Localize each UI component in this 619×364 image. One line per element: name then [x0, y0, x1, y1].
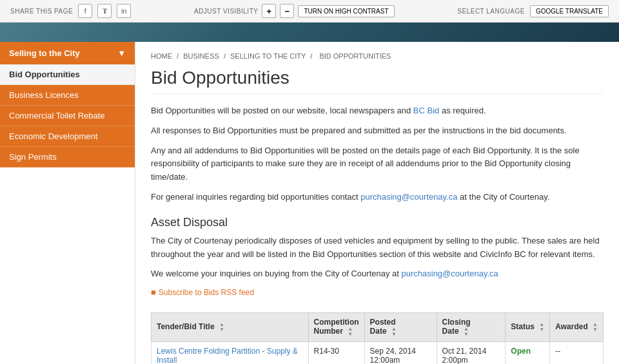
breadcrumb-current: BID OPPORTUNITIES [319, 52, 391, 60]
asset-paragraph-2: We welcome your inquiries on buying from… [151, 267, 604, 281]
rss-label: Subscribe to Bids RSS feed [159, 288, 254, 297]
decrease-visibility-button[interactable]: − [280, 4, 294, 18]
rss-icon: ■ [151, 287, 156, 297]
status-badge: Open [511, 347, 531, 356]
bc-bid-link[interactable]: BC Bid [413, 106, 439, 115]
cell-posted: Sep 24, 2014 12:00am [364, 342, 437, 364]
purchasing-email-link[interactable]: purchasing@courtenay.ca [360, 192, 457, 202]
col-header-competition[interactable]: CompetitionNumber ▲▼ [308, 313, 364, 342]
cell-comp: R14-30 [308, 342, 364, 364]
breadcrumb: HOME / BUSINESS / SELLING TO THE CITY / … [151, 52, 604, 60]
sidebar-item-label: Economic Development [9, 131, 97, 141]
breadcrumb-selling[interactable]: SELLING TO THE CITY [230, 52, 306, 60]
hero-image [0, 23, 619, 42]
facebook-button[interactable]: f [78, 4, 92, 18]
intro-paragraph-3: Any and all addendums to Bid Opportuniti… [151, 144, 604, 184]
col-header-awarded[interactable]: Awarded ▲▼ [550, 313, 604, 342]
language-section: SELECT LANGUAGE GOOGLE TRANSLATE [457, 5, 609, 17]
intro-paragraph-4: For general inquiries regarding bid oppo… [151, 191, 604, 204]
adjust-label: ADJUST VISIBILITY [194, 8, 258, 15]
col-header-closing[interactable]: ClosingDate ▲▼ [437, 313, 506, 342]
cell-closing: Oct 21, 2014 2:00pm [437, 342, 506, 364]
select-language-label: SELECT LANGUAGE [457, 8, 525, 15]
asset-email-link[interactable]: purchasing@courtenay.ca [402, 269, 498, 278]
sidebar-item-sign-permits[interactable]: Sign Permits [0, 147, 135, 168]
col-header-posted[interactable]: PostedDate ▲▼ [364, 313, 437, 342]
sort-arrows-closing: ▲▼ [464, 327, 469, 337]
share-section: SHARE THIS PAGE f 𝐓 in [10, 4, 131, 18]
breadcrumb-business[interactable]: BUSINESS [183, 52, 219, 60]
translate-button[interactable]: GOOGLE TRANSLATE [530, 5, 609, 17]
asset-disposal-heading: Asset Disposal [151, 216, 604, 229]
sidebar-current-item: Bid Opportunities [0, 64, 135, 85]
sort-arrows-comp: ▲▼ [348, 327, 353, 337]
twitter-button[interactable]: 𝐓 [97, 4, 112, 18]
bids-table: Tender/Bid Title ▲▼ CompetitionNumber ▲▼… [151, 312, 604, 364]
breadcrumb-home[interactable]: HOME [151, 52, 172, 60]
col-header-title[interactable]: Tender/Bid Title ▲▼ [152, 313, 309, 342]
sort-arrows-posted: ▲▼ [391, 327, 397, 337]
linkedin-button[interactable]: in [117, 4, 131, 18]
intro-paragraph-2: All responses to Bid Opportunities must … [151, 124, 604, 138]
page-title: Bid Opportunities [151, 68, 604, 94]
cell-awarded: -- [550, 342, 604, 364]
bid-title-link[interactable]: Lewis Centre Folding Partition - Supply … [157, 347, 298, 364]
sidebar-item-label: Commercial Toilet Rebate [9, 111, 105, 120]
sidebar-item-label: Business Licences [9, 90, 79, 100]
increase-visibility-button[interactable]: + [262, 4, 276, 18]
sidebar-parent-item[interactable]: Selling to the City ▼ [0, 42, 135, 64]
sort-arrows-awarded: ▲▼ [593, 322, 598, 332]
intro-paragraph-1: Bid Opportunities will be posted on our … [151, 104, 604, 118]
col-header-status[interactable]: Status ▲▼ [506, 313, 550, 342]
share-label: SHARE THIS PAGE [10, 8, 73, 15]
cell-status: Open [506, 342, 550, 364]
main-layout: Selling to the City ▼ Bid Opportunities … [0, 42, 619, 364]
sidebar-item-label: Sign Permits [9, 152, 57, 162]
table-row: Lewis Centre Folding Partition - Supply … [152, 342, 604, 364]
sidebar-item-economic-development[interactable]: Economic Development [0, 126, 135, 147]
rss-feed-link[interactable]: ■ Subscribe to Bids RSS feed [151, 287, 254, 297]
sort-arrows-status: ▲▼ [539, 322, 544, 332]
asset-paragraph-1: The City of Courtenay periodically dispo… [151, 235, 604, 262]
sort-arrows-title: ▲▼ [219, 322, 224, 332]
cell-title: Lewis Centre Folding Partition - Supply … [152, 342, 309, 364]
sidebar: Selling to the City ▼ Bid Opportunities … [0, 42, 135, 364]
sidebar-item-business-licences[interactable]: Business Licences [0, 85, 135, 106]
contrast-button[interactable]: TURN ON HIGH CONTRAST [298, 5, 394, 17]
visibility-section: ADJUST VISIBILITY + − TURN ON HIGH CONTR… [194, 4, 395, 18]
sidebar-current-label: Bid Opportunities [9, 70, 80, 79]
sidebar-parent-label: Selling to the City [9, 48, 80, 58]
sidebar-item-commercial-toilet[interactable]: Commercial Toilet Rebate [0, 106, 135, 126]
chevron-down-icon: ▼ [117, 48, 126, 58]
main-content: HOME / BUSINESS / SELLING TO THE CITY / … [135, 42, 619, 364]
top-bar: SHARE THIS PAGE f 𝐓 in ADJUST VISIBILITY… [0, 0, 619, 23]
